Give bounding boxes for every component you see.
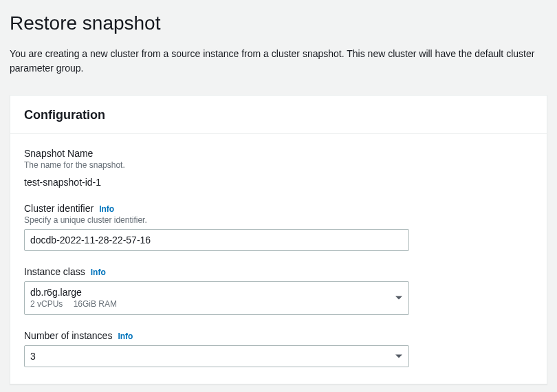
- instance-class-value: db.r6g.large: [30, 286, 386, 298]
- snapshot-name-field: Snapshot Name The name for the snapshot.…: [24, 148, 533, 188]
- instance-class-sub: 2 vCPUs 16GiB RAM: [30, 299, 386, 310]
- snapshot-name-hint: The name for the snapshot.: [24, 160, 533, 170]
- cluster-identifier-hint: Specify a unique cluster identifier.: [24, 215, 533, 225]
- instance-class-select[interactable]: db.r6g.large 2 vCPUs 16GiB RAM: [24, 281, 409, 315]
- instance-class-field: Instance class Info db.r6g.large 2 vCPUs…: [24, 266, 533, 315]
- cluster-identifier-label: Cluster identifier: [24, 203, 94, 214]
- page-description: You are creating a new cluster from a so…: [10, 47, 547, 76]
- page-title: Restore snapshot: [10, 12, 547, 34]
- number-of-instances-field: Number of instances Info 3: [24, 330, 533, 367]
- number-of-instances-info-link[interactable]: Info: [118, 331, 133, 341]
- instance-class-label: Instance class: [24, 266, 85, 277]
- number-of-instances-select[interactable]: 3: [24, 345, 409, 367]
- panel-title: Configuration: [24, 108, 533, 122]
- panel-header: Configuration: [10, 96, 547, 134]
- panel-body: Snapshot Name The name for the snapshot.…: [10, 134, 547, 384]
- cluster-identifier-input[interactable]: [24, 229, 409, 251]
- cluster-identifier-info-link[interactable]: Info: [99, 204, 114, 214]
- instance-class-info-link[interactable]: Info: [91, 268, 106, 277]
- cluster-identifier-field: Cluster identifier Info Specify a unique…: [24, 203, 533, 251]
- number-of-instances-value: 3: [30, 350, 386, 362]
- number-of-instances-label: Number of instances: [24, 330, 112, 341]
- snapshot-name-value: test-snapshot-id-1: [24, 177, 533, 188]
- configuration-panel: Configuration Snapshot Name The name for…: [10, 95, 547, 384]
- snapshot-name-label: Snapshot Name: [24, 148, 93, 159]
